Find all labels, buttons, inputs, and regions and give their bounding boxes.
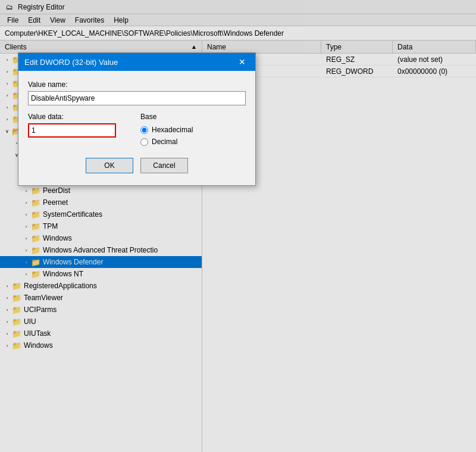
- dialog: Edit DWORD (32-bit) Value ✕ Value name: …: [18, 52, 256, 186]
- dialog-close-button[interactable]: ✕: [235, 55, 249, 69]
- radio-hexadecimal[interactable]: Hexadecimal: [140, 126, 246, 134]
- dialog-left: Value data:: [28, 113, 133, 146]
- base-label: Base: [140, 113, 246, 121]
- modal-overlay: Edit DWORD (32-bit) Value ✕ Value name: …: [0, 0, 476, 452]
- radio-decimal-input[interactable]: [140, 138, 148, 146]
- dialog-title: Edit DWORD (32-bit) Value: [24, 58, 235, 67]
- ok-button[interactable]: OK: [86, 158, 133, 173]
- radio-hexadecimal-label: Hexadecimal: [152, 126, 193, 134]
- radio-hexadecimal-input[interactable]: [140, 126, 148, 134]
- radio-group: Hexadecimal Decimal: [140, 126, 246, 146]
- dialog-body: Value name: Value data: Base Hexadecimal: [18, 71, 255, 185]
- cancel-button[interactable]: Cancel: [140, 158, 188, 173]
- dialog-row: Value data: Base Hexadecimal: [28, 113, 246, 146]
- radio-decimal[interactable]: Decimal: [140, 138, 246, 146]
- value-name-input[interactable]: [28, 91, 246, 105]
- radio-decimal-label: Decimal: [152, 138, 177, 146]
- dialog-title-bar: Edit DWORD (32-bit) Value ✕: [18, 53, 255, 71]
- value-data-input[interactable]: [28, 123, 116, 138]
- value-data-wrap: [28, 123, 133, 138]
- value-data-label: Value data:: [28, 113, 133, 121]
- dialog-right: Base Hexadecimal Decimal: [140, 113, 246, 146]
- value-name-label: Value name:: [28, 80, 246, 89]
- dialog-buttons: OK Cancel: [28, 158, 246, 176]
